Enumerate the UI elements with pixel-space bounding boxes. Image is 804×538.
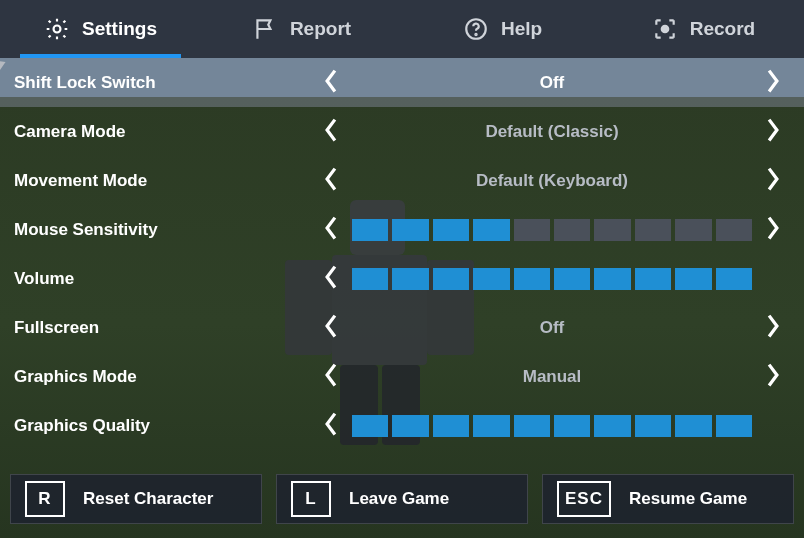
keycap-esc: ESC — [557, 481, 611, 517]
level-bar — [514, 219, 550, 241]
tab-bar: Settings Report Help Record — [0, 0, 804, 58]
button-label: Resume Game — [629, 489, 747, 509]
record-icon — [652, 16, 678, 42]
setting-value: Default (Classic) — [348, 122, 756, 142]
chevron-left-icon[interactable] — [314, 68, 348, 98]
level-bar — [352, 219, 388, 241]
level-bar — [352, 415, 388, 437]
level-bar — [392, 415, 428, 437]
keycap-l: L — [291, 481, 331, 517]
tab-help[interactable]: Help — [402, 0, 603, 58]
setting-row: Graphics ModeManual — [0, 352, 804, 401]
setting-label: Graphics Mode — [14, 367, 314, 387]
level-bar — [594, 219, 630, 241]
svg-point-2 — [475, 34, 476, 35]
level-bar — [635, 219, 671, 241]
setting-row: Shift Lock SwitchOff — [0, 58, 804, 107]
tab-settings[interactable]: Settings — [0, 0, 201, 58]
level-bar — [554, 415, 590, 437]
chevron-left-icon[interactable] — [314, 362, 348, 392]
level-bar — [433, 268, 469, 290]
level-bar — [716, 268, 752, 290]
button-label: Leave Game — [349, 489, 449, 509]
chevron-right-icon[interactable] — [756, 362, 790, 392]
chevron-right-icon[interactable] — [756, 117, 790, 147]
gear-icon — [44, 16, 70, 42]
setting-label: Shift Lock Switch — [14, 73, 314, 93]
tab-label: Settings — [82, 18, 157, 40]
setting-row: FullscreenOff — [0, 303, 804, 352]
setting-row: Graphics Quality — [0, 401, 804, 450]
chevron-left-icon[interactable] — [314, 313, 348, 343]
setting-label: Movement Mode — [14, 171, 314, 191]
tab-record[interactable]: Record — [603, 0, 804, 58]
tab-report[interactable]: Report — [201, 0, 402, 58]
chevron-right-icon[interactable] — [756, 313, 790, 343]
setting-value: Manual — [348, 367, 756, 387]
level-bar — [473, 219, 509, 241]
setting-label: Graphics Quality — [14, 416, 314, 436]
setting-value: Default (Keyboard) — [348, 171, 756, 191]
chevron-left-icon[interactable] — [314, 411, 348, 441]
chevron-left-icon[interactable] — [314, 215, 348, 245]
flag-icon — [252, 16, 278, 42]
setting-label: Camera Mode — [14, 122, 314, 142]
level-bar — [675, 415, 711, 437]
level-bar — [675, 268, 711, 290]
setting-label: Mouse Sensitivity — [14, 220, 314, 240]
level-bar — [635, 268, 671, 290]
bottom-button-bar: R Reset Character L Leave Game ESC Resum… — [0, 464, 804, 538]
reset-character-button[interactable]: R Reset Character — [10, 474, 262, 524]
tab-label: Report — [290, 18, 351, 40]
setting-row: Camera ModeDefault (Classic) — [0, 107, 804, 156]
button-label: Reset Character — [83, 489, 213, 509]
level-bars[interactable] — [348, 219, 756, 241]
level-bar — [392, 268, 428, 290]
level-bar — [594, 268, 630, 290]
level-bar — [716, 219, 752, 241]
tab-label: Help — [501, 18, 542, 40]
level-bar — [554, 268, 590, 290]
settings-list: Shift Lock SwitchOffCamera ModeDefault (… — [0, 58, 804, 464]
chevron-left-icon[interactable] — [314, 117, 348, 147]
setting-row: Volume — [0, 254, 804, 303]
chevron-right-icon[interactable] — [756, 166, 790, 196]
setting-row: Mouse Sensitivity — [0, 205, 804, 254]
level-bar — [433, 415, 469, 437]
level-bar — [514, 268, 550, 290]
level-bar — [594, 415, 630, 437]
chevron-left-icon[interactable] — [314, 264, 348, 294]
level-bar — [352, 268, 388, 290]
setting-row: Movement ModeDefault (Keyboard) — [0, 156, 804, 205]
help-icon — [463, 16, 489, 42]
level-bar — [554, 219, 590, 241]
level-bar — [473, 415, 509, 437]
level-bar — [433, 219, 469, 241]
setting-value: Off — [348, 318, 756, 338]
level-bar — [675, 219, 711, 241]
level-bar — [392, 219, 428, 241]
setting-label: Volume — [14, 269, 314, 289]
tab-label: Record — [690, 18, 755, 40]
svg-point-3 — [662, 26, 669, 33]
resume-game-button[interactable]: ESC Resume Game — [542, 474, 794, 524]
level-bars[interactable] — [348, 268, 756, 290]
leave-game-button[interactable]: L Leave Game — [276, 474, 528, 524]
level-bar — [473, 268, 509, 290]
level-bar — [716, 415, 752, 437]
setting-label: Fullscreen — [14, 318, 314, 338]
keycap-r: R — [25, 481, 65, 517]
setting-value: Off — [348, 73, 756, 93]
level-bar — [514, 415, 550, 437]
level-bar — [635, 415, 671, 437]
svg-point-0 — [54, 26, 61, 33]
chevron-right-icon[interactable] — [756, 215, 790, 245]
level-bars[interactable] — [348, 415, 756, 437]
chevron-right-icon[interactable] — [756, 68, 790, 98]
chevron-left-icon[interactable] — [314, 166, 348, 196]
